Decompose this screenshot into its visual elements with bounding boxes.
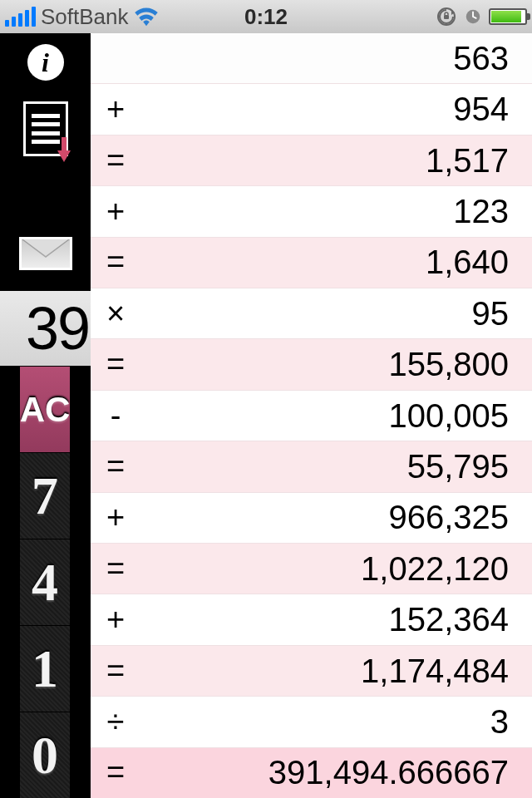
svg-rect-1	[444, 15, 449, 19]
left-column: i 39 AC 7 4 1 0	[0, 33, 91, 798]
history-operator: =	[91, 143, 140, 179]
history-row[interactable]: =391,494.666667	[91, 747, 532, 798]
clock-icon	[462, 6, 484, 27]
history-value: 100,005	[140, 397, 532, 435]
history-row[interactable]: =1,640	[91, 237, 532, 288]
history-row[interactable]: +966,325	[91, 492, 532, 543]
history-value: 1,174,484	[140, 653, 532, 690]
info-icon: i	[27, 44, 64, 81]
history-value: 152,364	[140, 601, 532, 638]
history-operator: -	[91, 398, 140, 434]
history-row[interactable]: 563	[91, 33, 532, 83]
carrier-label: SoftBank	[41, 4, 129, 30]
history-row[interactable]: ÷3	[91, 696, 532, 746]
history-row[interactable]: +954	[91, 83, 532, 134]
history-row[interactable]: +152,364	[91, 594, 532, 644]
key-0[interactable]: 0	[20, 712, 71, 798]
history-value: 1,022,120	[140, 550, 532, 588]
app-screen: SoftBank 0:12 i	[0, 0, 532, 798]
mail-icon	[19, 237, 72, 270]
history-operator: =	[91, 347, 140, 382]
status-left: SoftBank	[0, 4, 159, 30]
list-arrow-icon	[23, 101, 68, 156]
history-row[interactable]: =1,022,120	[91, 543, 532, 594]
history-toggle-button[interactable]	[0, 91, 91, 166]
key-1[interactable]: 1	[20, 625, 71, 712]
info-button[interactable]: i	[0, 33, 91, 91]
history-value: 55,795	[140, 448, 532, 485]
history-panel[interactable]: 563+954=1,517+123=1,640×95=155,800-100,0…	[91, 33, 532, 798]
history-operator: +	[91, 194, 140, 229]
history-operator: ×	[91, 296, 140, 332]
history-operator: +	[91, 500, 140, 535]
history-operator: +	[91, 91, 140, 127]
content-area: i 39 AC 7 4 1 0	[0, 33, 532, 798]
history-operator: =	[91, 551, 140, 587]
battery-icon	[489, 8, 527, 25]
history-value: 563	[140, 40, 532, 77]
status-right	[436, 6, 532, 27]
history-value: 1,517	[140, 142, 532, 180]
history-value: 155,800	[140, 346, 532, 383]
history-row[interactable]: =1,517	[91, 135, 532, 185]
history-row[interactable]: -100,005	[91, 390, 532, 441]
history-row[interactable]: ×95	[91, 288, 532, 338]
history-value: 3	[140, 703, 532, 741]
history-value: 1,640	[140, 244, 532, 281]
history-row[interactable]: =55,795	[91, 441, 532, 491]
key-ac[interactable]: AC	[20, 366, 71, 452]
history-operator: =	[91, 653, 140, 689]
history-value: 391,494.666667	[140, 754, 532, 791]
status-bar: SoftBank 0:12	[0, 0, 532, 33]
history-value: 966,325	[140, 499, 532, 536]
history-operator: =	[91, 244, 140, 280]
history-value: 95	[140, 295, 532, 332]
history-operator: ÷	[91, 704, 140, 740]
history-value: 123	[140, 193, 532, 230]
keypad-partial: AC 7 4 1 0	[20, 366, 71, 798]
key-4[interactable]: 4	[20, 539, 71, 625]
history-row[interactable]: =155,800	[91, 338, 532, 389]
calc-display: 39	[0, 291, 91, 366]
history-operator: +	[91, 602, 140, 638]
key-7[interactable]: 7	[20, 452, 71, 539]
orientation-lock-icon	[436, 6, 457, 27]
history-operator: =	[91, 449, 140, 485]
history-value: 954	[140, 91, 532, 128]
status-time: 0:12	[244, 4, 288, 30]
history-row[interactable]: =1,174,484	[91, 645, 532, 696]
history-row[interactable]: +123	[91, 185, 532, 236]
toolbar-spacer	[0, 166, 91, 216]
wifi-icon	[134, 7, 159, 27]
mail-button[interactable]	[0, 216, 91, 291]
history-operator: =	[91, 755, 140, 791]
calc-display-value: 39	[26, 294, 89, 362]
signal-bars-icon	[5, 7, 36, 27]
